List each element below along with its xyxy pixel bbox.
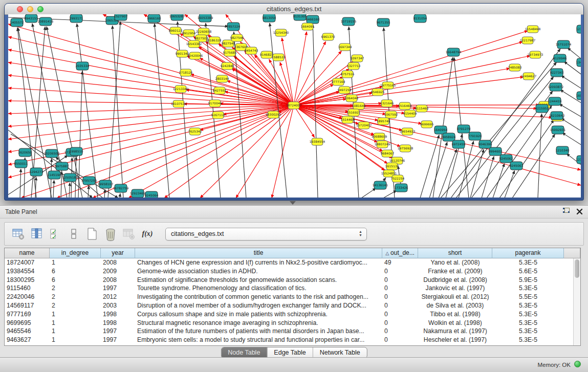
network-node[interactable]: 1527907: [114, 14, 128, 20]
network-node[interactable]: 9154409: [403, 110, 417, 117]
table-row[interactable]: 1830029562008Estimation of significance …: [5, 276, 573, 285]
network-node[interactable]: 16782759: [113, 184, 129, 192]
network-node[interactable]: 10653287: [169, 14, 185, 20]
tab-edge-table[interactable]: Edge Table: [267, 347, 312, 358]
network-node[interactable]: 1998510: [70, 147, 83, 156]
network-node[interactable]: 10719155: [341, 17, 357, 26]
network-node[interactable]: 7522254: [391, 175, 405, 182]
network-node[interactable]: 2803144: [215, 75, 229, 82]
network-node[interactable]: 12213349: [173, 85, 189, 93]
network-node[interactable]: 8943151: [25, 14, 38, 23]
network-node[interactable]: 16210643: [549, 112, 565, 120]
network-node[interactable]: 17957255: [81, 177, 97, 185]
network-node[interactable]: 6961370: [321, 33, 335, 40]
network-node[interactable]: 1615132: [385, 163, 399, 170]
network-node[interactable]: 8454743: [245, 47, 258, 54]
network-node[interactable]: 20891416: [38, 17, 54, 26]
network-node[interactable]: 9267110: [211, 112, 225, 119]
network-node[interactable]: 1348105: [576, 58, 581, 67]
network-node[interactable]: 1145194: [48, 171, 61, 179]
network-node[interactable]: 1514469: [341, 116, 355, 123]
network-node[interactable]: 1516921: [347, 109, 361, 116]
network-node[interactable]: 2993171: [70, 14, 83, 23]
network-node[interactable]: 8757516: [341, 71, 355, 78]
network-node[interactable]: 22420046: [187, 52, 203, 59]
network-node[interactable]: 9975887: [55, 162, 69, 170]
column-header-title[interactable]: title: [135, 248, 382, 258]
network-node[interactable]: 9684067: [381, 150, 395, 157]
column-header-short[interactable]: short: [418, 248, 492, 258]
tab-network-table[interactable]: Network Table: [313, 347, 367, 358]
network-node[interactable]: 1081646: [352, 102, 366, 110]
network-node[interactable]: 1067592: [384, 111, 398, 118]
network-node[interactable]: 18300295: [266, 111, 281, 118]
network-node[interactable]: 8131305: [293, 14, 307, 20]
network-view-window[interactable]: citations_edges.txt 14055728943151208914…: [4, 3, 584, 201]
network-node[interactable]: 6966160: [147, 14, 161, 23]
table-row[interactable]: 946362711997Embryonic stem cells: a mode…: [5, 336, 573, 344]
column-header-out_de[interactable]: △out_de...: [382, 248, 418, 258]
network-node[interactable]: 12093872: [548, 83, 564, 91]
network-node[interactable]: 1321646: [380, 100, 394, 107]
network-node[interactable]: 7791920: [468, 132, 482, 140]
network-node[interactable]: 12505185: [62, 173, 78, 182]
table-rows-icon[interactable]: [66, 226, 81, 242]
network-node[interactable]: 9671355: [377, 18, 390, 27]
network-node[interactable]: 9245064: [145, 191, 159, 198]
vertical-scrollbar[interactable]: [573, 258, 580, 345]
network-node[interactable]: 10688609: [372, 133, 387, 140]
column-header-name[interactable]: name: [5, 248, 50, 258]
network-node[interactable]: 1588533: [272, 54, 286, 61]
row-checklist-icon[interactable]: ✓✓: [48, 226, 63, 242]
network-node[interactable]: 1216634: [576, 156, 581, 164]
network-node[interactable]: 9699695: [420, 121, 434, 128]
network-node[interactable]: 15992931: [550, 126, 566, 134]
float-panel-icon[interactable]: [562, 207, 570, 217]
delete-table-icon[interactable]: [121, 226, 137, 242]
network-node[interactable]: 1664091: [301, 23, 315, 30]
network-canvas[interactable]: 1405572894315120891416299317110653281527…: [8, 14, 581, 198]
network-node[interactable]: 1733426: [395, 184, 408, 192]
network-node[interactable]: 19958107: [98, 180, 114, 188]
table-row[interactable]: 977716911998Corpus callosum shape and si…: [5, 310, 573, 319]
panel-splitter-handle[interactable]: [290, 201, 296, 205]
network-node[interactable]: 9777169: [332, 78, 345, 85]
network-node[interactable]: 16543382: [186, 40, 202, 48]
network-node[interactable]: 18107534: [171, 100, 187, 107]
table-row[interactable]: 1872400712008Changes of HCN gene express…: [5, 258, 573, 267]
network-node[interactable]: 8427552: [213, 87, 227, 94]
network-node[interactable]: 8960123: [169, 27, 183, 34]
network-node[interactable]: 7485083: [508, 64, 522, 71]
network-node[interactable]: 1273205: [576, 25, 581, 33]
network-node[interactable]: 20206503: [44, 149, 60, 158]
network-node[interactable]: 1697349: [338, 43, 352, 51]
network-node[interactable]: 12217987: [520, 37, 536, 44]
network-node[interactable]: 12254340: [273, 29, 289, 36]
network-node[interactable]: 2718126: [179, 69, 193, 76]
network-node[interactable]: 16648794: [446, 48, 462, 56]
scrollbar-thumb[interactable]: [575, 259, 579, 278]
window-titlebar[interactable]: citations_edges.txt: [5, 4, 583, 15]
network-node[interactable]: 7625342: [188, 128, 202, 135]
network-node[interactable]: 9129946: [553, 54, 567, 62]
network-node[interactable]: 19756928: [398, 145, 413, 152]
network-node[interactable]: 15720407: [356, 122, 372, 129]
network-node[interactable]: 8791279: [457, 125, 471, 133]
network-node[interactable]: 9227343: [550, 69, 564, 77]
network-node[interactable]: 9497258: [338, 86, 352, 94]
network-node[interactable]: 9115460: [415, 105, 429, 112]
network-node[interactable]: 12494627: [521, 73, 537, 80]
network-node[interactable]: 11548498: [525, 26, 541, 33]
table-settings-icon[interactable]: [11, 226, 26, 242]
network-node[interactable]: 9546925: [371, 89, 385, 96]
network-node[interactable]: 9170044: [208, 100, 222, 107]
network-node[interactable]: 22260658: [196, 28, 212, 35]
network-node[interactable]: 9046399: [478, 140, 492, 148]
network-node[interactable]: 2035334: [76, 62, 90, 70]
network-node[interactable]: 1244419: [548, 97, 562, 105]
network-node[interactable]: 15751074: [556, 40, 572, 49]
network-node[interactable]: 8912954: [182, 30, 196, 37]
column-header-pagerank[interactable]: pagerank: [492, 248, 564, 258]
network-node[interactable]: 16053389: [198, 14, 213, 22]
network-node[interactable]: 2620650: [18, 148, 32, 157]
